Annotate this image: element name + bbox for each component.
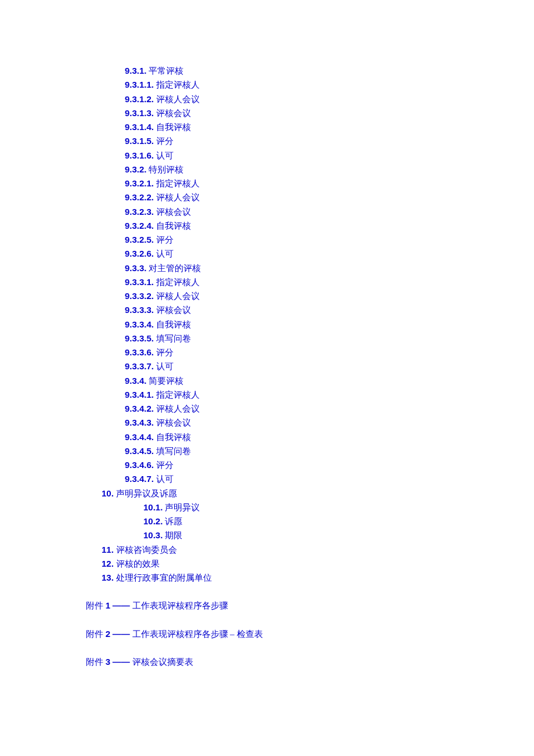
toc-entry[interactable]: 9.3.1. 平常评核 [125, 64, 534, 78]
toc-title: 指定评核人 [156, 390, 200, 399]
toc-entry[interactable]: 9.3.3.3. 评核会议 [125, 303, 534, 317]
appendix-dash: —— [113, 657, 130, 667]
toc-entry[interactable]: 9.3.1.2. 评核人会议 [125, 92, 534, 106]
appendix-dash: —— [113, 600, 130, 610]
toc-number: 9.3.2. [125, 164, 147, 174]
toc-entry[interactable]: 9.3.1.4. 自我评核 [125, 120, 534, 134]
toc-number: 9.3.4.3. [125, 417, 154, 427]
toc-number: 9.3.3.3. [125, 305, 154, 315]
toc-number: 9.3.2.3. [125, 207, 154, 217]
toc-title: 评核咨询委员会 [116, 545, 177, 555]
toc-entry[interactable]: 9.3.3.1. 指定评核人 [125, 275, 534, 289]
toc-entry[interactable]: 9.3.2.2. 评核人会议 [125, 190, 534, 204]
toc-title: 评核人会议 [156, 95, 200, 104]
appendix-title: 工作表现评核程序各步骤 – 检查表 [132, 629, 263, 639]
toc-title: 评核会议 [156, 418, 191, 427]
appendix-entry[interactable]: 附件 3 —— 评核会议摘要表 [86, 655, 534, 669]
toc-entry[interactable]: 9.3.4.1. 指定评核人 [125, 388, 534, 402]
toc-title: 平常评核 [149, 66, 183, 75]
toc-title: 认可 [156, 474, 174, 484]
toc-title: 评核人会议 [156, 404, 200, 413]
toc-title: 指定评核人 [156, 278, 200, 287]
toc-entry[interactable]: 9.3.2. 特别评核 [125, 163, 534, 177]
toc-entry[interactable]: 9.3.4.4. 自我评核 [125, 430, 534, 444]
toc-entry[interactable]: 11. 评核咨询委员会 [102, 543, 534, 557]
appendix-number: 2 [106, 629, 110, 639]
appendix-title: 评核会议摘要表 [132, 657, 193, 667]
toc-entry[interactable]: 10.1. 声明异议 [125, 501, 534, 514]
toc-entry[interactable]: 9.3.1.1. 指定评核人 [125, 78, 534, 92]
appendix-entry[interactable]: 附件 2 —— 工作表现评核程序各步骤 – 检查表 [86, 627, 534, 641]
toc-title: 评分 [156, 460, 174, 470]
appendix-dash: —— [113, 629, 130, 639]
toc-number: 9.3.3.5. [125, 333, 154, 343]
toc-title: 评核人会议 [156, 193, 200, 202]
appendix-number: 1 [106, 600, 110, 610]
toc-number: 9.3.2.5. [125, 235, 154, 244]
toc-title: 自我评核 [156, 320, 191, 329]
toc-entry[interactable]: 9.3.3.2. 评核人会议 [125, 289, 534, 303]
toc-title: 特别评核 [149, 165, 183, 174]
toc-entry[interactable]: 9.3.4. 简要评核 [125, 374, 534, 388]
toc-title: 自我评核 [156, 221, 191, 231]
toc-entry[interactable]: 9.3.2.4. 自我评核 [125, 219, 534, 233]
toc-entry[interactable]: 9.3.3.7. 认可 [125, 359, 534, 373]
toc-number: 9.3.1.1. [125, 80, 154, 89]
toc-number: 9.3.1.3. [125, 108, 154, 118]
toc-title: 评核人会议 [156, 291, 200, 301]
toc-entry[interactable]: 9.3.3.5. 填写问卷 [125, 332, 534, 345]
toc-number: 9.3.3.1. [125, 277, 154, 287]
toc-title: 声明异议及诉愿 [116, 489, 177, 498]
toc-number: 9.3.4.4. [125, 432, 154, 442]
toc-entry[interactable]: 9.3.3.6. 评分 [125, 345, 534, 359]
toc-entry[interactable]: 10.3. 期限 [125, 528, 534, 542]
toc-entry[interactable]: 9.3.1.6. 认可 [125, 149, 534, 163]
toc-number: 9.3.3.2. [125, 291, 154, 301]
toc-entry[interactable]: 9.3.4.5. 填写问卷 [125, 444, 534, 458]
toc-number: 9.3.1.2. [125, 94, 154, 104]
toc-number: 10.1. [143, 502, 163, 512]
toc-number: 9.3.2.4. [125, 221, 154, 231]
toc-entry[interactable]: 13. 处理行政事宜的附属单位 [102, 571, 534, 585]
toc-title: 期限 [165, 531, 182, 540]
toc-number: 9.3.4.7. [125, 474, 154, 484]
toc-entry[interactable]: 10.2. 诉愿 [125, 514, 534, 528]
appendix-entry[interactable]: 附件 1 —— 工作表现评核程序各步骤 [86, 599, 534, 613]
toc-number: 9.3.2.6. [125, 249, 154, 258]
toc-number: 9.3.1.6. [125, 150, 154, 160]
toc-entry[interactable]: 9.3.4.7. 认可 [125, 472, 534, 486]
toc-title: 简要评核 [149, 376, 183, 386]
toc-entry[interactable]: 10. 声明异议及诉愿 [102, 487, 534, 501]
toc-entry[interactable]: 9.3.3. 对主管的评核 [125, 261, 534, 275]
toc-number: 9.3.4.5. [125, 446, 154, 456]
toc-entry[interactable]: 9.3.3.4. 自我评核 [125, 318, 534, 332]
toc-entry[interactable]: 9.3.2.1. 指定评核人 [125, 177, 534, 190]
toc-entry[interactable]: 9.3.1.5. 评分 [125, 134, 534, 148]
toc-entry[interactable]: 9.3.4.3. 评核会议 [125, 416, 534, 430]
toc-entry[interactable]: 9.3.4.6. 评分 [125, 458, 534, 472]
toc-number: 10.3. [143, 530, 163, 540]
toc-entry[interactable]: 9.3.2.5. 评分 [125, 233, 534, 247]
toc-number: 11. [102, 545, 114, 555]
toc-number: 9.3.2.2. [125, 192, 154, 202]
toc-entry[interactable]: 12. 评核的效果 [102, 557, 534, 571]
toc-title: 评分 [156, 235, 174, 244]
toc-number: 9.3.4.2. [125, 404, 154, 413]
toc-number: 9.3.3.4. [125, 319, 154, 329]
toc-number: 9.3.4.6. [125, 460, 154, 470]
toc-title: 认可 [156, 362, 174, 371]
toc-entry[interactable]: 9.3.2.3. 评核会议 [125, 205, 534, 219]
toc-number: 9.3.3.6. [125, 347, 154, 357]
toc-entry[interactable]: 9.3.1.3. 评核会议 [125, 106, 534, 120]
toc-title: 评核的效果 [116, 559, 160, 568]
toc-title: 填写问卷 [156, 447, 191, 456]
toc-title: 声明异议 [165, 503, 200, 512]
toc-number: 9.3.1. [125, 66, 147, 75]
appendix-label: 附件 [86, 601, 103, 610]
toc-title: 认可 [156, 151, 174, 160]
toc-entry[interactable]: 9.3.2.6. 认可 [125, 247, 534, 261]
appendix-label: 附件 [86, 657, 103, 667]
toc-title: 评分 [156, 136, 174, 146]
toc-number: 9.3.4. [125, 376, 147, 386]
toc-entry[interactable]: 9.3.4.2. 评核人会议 [125, 402, 534, 416]
